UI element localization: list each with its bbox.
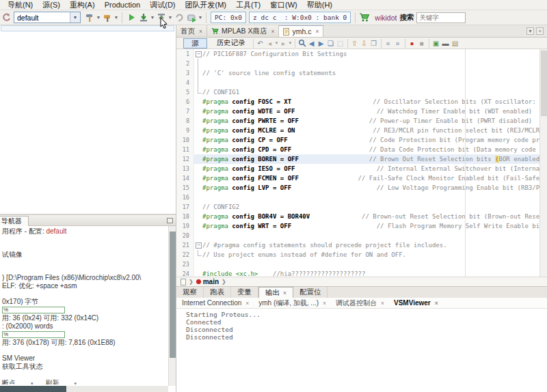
code-line-23[interactable]: 23 xyxy=(176,260,547,269)
output-tab-VSMViewer[interactable]: VSMViewer× xyxy=(394,299,441,307)
code-line-20[interactable]: 20 xyxy=(176,231,547,240)
record-macro-icon[interactable]: ● xyxy=(408,38,417,48)
close-icon[interactable]: × xyxy=(323,300,326,307)
navigator-vertical-scrollbar[interactable] xyxy=(168,226,176,386)
code-line-18[interactable]: 18#pragma config BOR4V = BOR40V // Brown… xyxy=(176,212,547,221)
output-tab-Internet-Connection[interactable]: Internet Connection× xyxy=(182,299,252,307)
breadcrumb-symbol[interactable]: main xyxy=(203,278,219,285)
close-icon[interactable]: × xyxy=(271,29,275,34)
find-icon[interactable] xyxy=(297,38,307,48)
navigator-horizontal-scrollbar[interactable] xyxy=(0,386,168,392)
find-selection-icon[interactable]: ❏ xyxy=(326,38,336,48)
back-icon[interactable]: ◂ xyxy=(265,38,275,48)
editor-tab-MPLAB-X-[interactable]: MPLAB X商店× xyxy=(207,25,280,37)
menu-item-2[interactable]: 重构(A) xyxy=(65,0,100,10)
uncomment-icon[interactable]: ▬ xyxy=(441,38,451,48)
close-icon[interactable]: × xyxy=(435,300,438,307)
history-view-button[interactable]: 历史记录 xyxy=(211,38,251,48)
navigator-tab[interactable]: 导航器 xyxy=(0,216,29,226)
code-line-11[interactable]: 11#pragma config CPD = OFF // Data Code … xyxy=(176,145,547,154)
output-tab--[interactable]: 调试器控制台× xyxy=(336,298,387,308)
code-line-1[interactable]: 1// PIC16F887 Configuration Bit Settings xyxy=(176,49,547,59)
read-device-dropdown-icon[interactable]: ▼ xyxy=(168,12,173,24)
code-line-17[interactable]: 17// CONFIG2 xyxy=(176,202,547,212)
edit-settings-icon[interactable]: ▤ xyxy=(451,38,460,48)
code-line-21[interactable]: 21// #pragma config statements should pr… xyxy=(176,240,547,250)
editor-tab--[interactable]: 首页× xyxy=(176,25,207,37)
code-line-24[interactable]: 24#include <xc.h> //hia?????????????????… xyxy=(176,269,547,277)
previous-bookmark-icon[interactable]: ⇧ xyxy=(350,38,360,48)
code-editor[interactable]: 1// PIC16F887 Configuration Bit Settings… xyxy=(176,49,547,277)
program-device-dropdown-icon[interactable]: ▼ xyxy=(150,12,155,24)
menu-item-5[interactable]: 团队开发(M) xyxy=(181,0,232,10)
store-cart-icon[interactable] xyxy=(358,12,371,24)
code-line-16[interactable]: 16 xyxy=(176,193,547,202)
code-line-9[interactable]: 9#pragma config MCLRE = ON // RE3/MCLR p… xyxy=(176,126,547,135)
code-line-15[interactable]: 15#pragma config LVP = OFF // Low Voltag… xyxy=(176,183,547,193)
minimize-panel-icon[interactable] xyxy=(167,218,173,223)
debug-run-button[interactable] xyxy=(185,12,198,24)
shift-right-icon[interactable]: » xyxy=(393,38,403,48)
menu-item-6[interactable]: 工具(T) xyxy=(231,0,265,10)
program-device-button[interactable] xyxy=(137,12,150,24)
toggle-bookmark-icon[interactable]: ❐ xyxy=(369,38,379,48)
build-dropdown-icon[interactable]: ▼ xyxy=(96,12,101,24)
find-next-icon[interactable]: ▶ xyxy=(317,38,326,48)
tab-scroll-icon[interactable]: ▼ xyxy=(526,27,534,35)
clean-build-button[interactable] xyxy=(101,12,114,24)
panel-tab-观察[interactable]: 观察 xyxy=(176,287,204,298)
close-icon[interactable]: × xyxy=(381,300,384,307)
code-line-4[interactable]: 4 xyxy=(176,78,547,87)
tab-list-icon[interactable]: ≡ xyxy=(536,27,544,35)
menu-item-7[interactable]: 窗口(W) xyxy=(265,0,302,10)
code-line-12[interactable]: 12#pragma config BOREN = OFF // Brown Ou… xyxy=(176,154,547,164)
clean-build-dropdown-icon[interactable]: ▼ xyxy=(114,12,119,24)
dashboard-section-row[interactable]: 断点▾刷新▾ xyxy=(2,378,168,384)
connect-icon[interactable] xyxy=(0,12,12,24)
run-project-button[interactable] xyxy=(125,12,137,24)
output-console[interactable]: Starting Proteus...ConnectedDisconnected… xyxy=(176,309,547,341)
code-line-13[interactable]: 13#pragma config IESO = OFF // Internal … xyxy=(176,164,547,173)
editor-tab-ymh.c[interactable]: ymh.c× xyxy=(279,25,323,37)
panel-tab-变量[interactable]: 变量 xyxy=(231,287,258,298)
scrollbar-thumb[interactable] xyxy=(0,386,66,392)
code-line-6[interactable]: 6#pragma config FOSC = XT // Oscillator … xyxy=(176,97,547,107)
code-line-14[interactable]: 14#pragma config FCMEN = OFF // Fail-Saf… xyxy=(176,173,547,183)
wikidot-search-input[interactable] xyxy=(416,12,466,23)
code-line-19[interactable]: 19#pragma config WRT = OFF // Flash Prog… xyxy=(176,221,547,231)
code-line-2[interactable]: 2 xyxy=(176,59,547,68)
stop-macro-icon[interactable]: ■ xyxy=(417,38,427,48)
code-line-3[interactable]: 3// 'C' source line config statements xyxy=(176,68,547,78)
output-tab-ymh-[interactable]: ymh (编译, 加载, ...)× xyxy=(258,298,329,308)
close-icon[interactable]: × xyxy=(283,290,286,296)
find-previous-icon[interactable]: ◀ xyxy=(307,38,317,48)
panel-tab-输出[interactable]: 输出× xyxy=(258,287,293,298)
forward-dropdown-icon[interactable]: ▼ xyxy=(289,41,293,45)
close-icon[interactable]: × xyxy=(315,29,319,34)
source-view-button[interactable]: 源 xyxy=(183,38,207,48)
fold-marker-icon[interactable] xyxy=(194,240,202,250)
configuration-select[interactable]: default ▼ xyxy=(14,12,81,23)
editor-vertical-scrollbar[interactable] xyxy=(539,49,547,277)
debug-run-dropdown-icon[interactable]: ▼ xyxy=(198,12,203,24)
refresh-debug-icon[interactable] xyxy=(173,12,185,24)
panel-tab-跑表[interactable]: 跑表 xyxy=(204,287,231,298)
menu-item-3[interactable]: Production xyxy=(100,0,146,10)
scrollbar-thumb[interactable] xyxy=(170,232,176,358)
build-project-button[interactable] xyxy=(83,12,96,24)
code-line-10[interactable]: 10#pragma config CP = OFF // Code Protec… xyxy=(176,135,547,145)
next-bookmark-icon[interactable]: ⇩ xyxy=(360,38,369,48)
select-in-icon[interactable]: ⬚ xyxy=(336,38,345,48)
menu-item-8[interactable]: 帮助(H) xyxy=(302,0,337,10)
forward-icon[interactable]: ▸ xyxy=(279,38,289,48)
comment-icon[interactable]: ▣ xyxy=(431,38,441,48)
close-icon[interactable]: × xyxy=(245,300,249,307)
scrollbar-thumb[interactable] xyxy=(541,51,547,116)
last-edit-icon[interactable]: ↶ xyxy=(256,38,265,48)
menu-item-0[interactable]: 导航(N) xyxy=(3,0,38,10)
menu-item-4[interactable]: 调试(D) xyxy=(145,0,180,10)
close-icon[interactable]: × xyxy=(199,29,202,34)
shift-left-icon[interactable]: « xyxy=(384,38,393,48)
code-line-8[interactable]: 8#pragma config PWRTE = OFF // Power-up … xyxy=(176,116,547,126)
code-line-5[interactable]: 5// CONFIG1 xyxy=(176,87,547,97)
